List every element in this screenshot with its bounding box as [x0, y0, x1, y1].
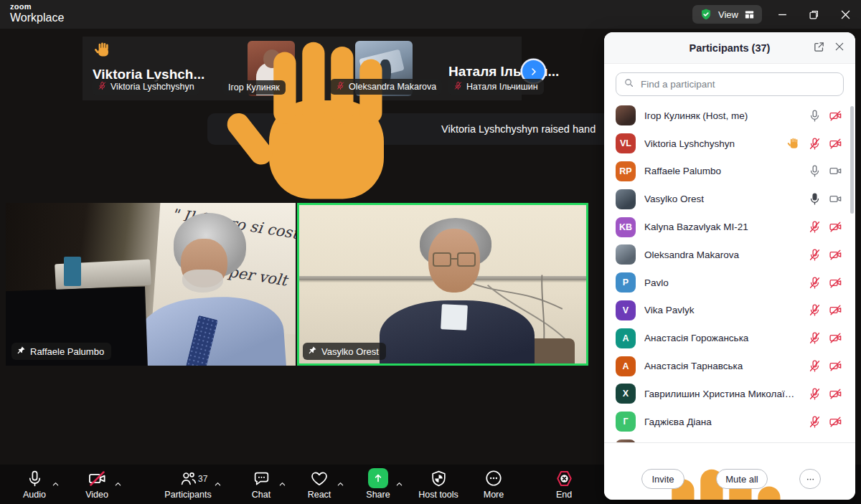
toast-text: Viktoria Lyshchyshyn raised hand	[441, 123, 596, 135]
audio-options-chevron[interactable]	[52, 478, 60, 491]
camera-on-icon	[829, 164, 842, 178]
more-label: More	[484, 490, 504, 500]
avatar: P	[616, 272, 636, 293]
participants-options-chevron[interactable]	[214, 478, 222, 491]
participant-name: Oleksandra Makarova	[644, 249, 799, 260]
video-options-chevron[interactable]	[114, 478, 122, 491]
raised-hand-toast: Viktoria Lyshchyshyn raised hand ✕	[207, 113, 629, 145]
video-name-label: Raffaele Palumbo	[11, 343, 111, 360]
avatar: KB	[616, 217, 636, 237]
tile-name-label: Наталя Ільчишин	[448, 79, 544, 95]
close-window-button[interactable]	[829, 0, 861, 29]
tile-label-text: Oleksandra Makarova	[349, 82, 436, 92]
minimize-button[interactable]	[766, 0, 798, 29]
raised-hand-icon	[94, 41, 113, 60]
chevron-up-icon	[52, 480, 60, 488]
panel-footer: 1 Invite Mute all	[604, 442, 855, 500]
avatar	[616, 105, 636, 125]
host-tools-label: Host tools	[418, 490, 458, 500]
camera-off-icon	[829, 303, 842, 317]
tile-label-text: Viktoria Lyshchyshyn	[110, 82, 194, 92]
participant-row[interactable]: Vasylko Orest	[604, 185, 855, 213]
end-label: End	[556, 490, 572, 500]
react-label: React	[308, 490, 331, 500]
mic-muted-icon	[808, 276, 822, 290]
pin-icon	[308, 346, 317, 355]
mic-muted-icon	[336, 81, 345, 90]
view-label: View	[718, 9, 738, 20]
participant-name: Ігор Кулиняк (Host, me)	[644, 110, 799, 121]
video-label-text: Raffaele Palumbo	[30, 346, 104, 357]
mute-all-button[interactable]: Mute all	[716, 469, 768, 489]
panel-close-icon[interactable]	[834, 41, 845, 55]
share-screen-icon	[368, 468, 388, 488]
participant-status-icons	[808, 387, 842, 401]
participant-row[interactable]: VL Viktoria Lyshchyshyn	[604, 130, 855, 158]
mic-muted-icon	[808, 248, 822, 262]
participant-row[interactable]: V Vika Pavlyk	[604, 297, 855, 325]
participant-row[interactable]: KB Kalyna Bazavlyak MI-21	[604, 213, 855, 241]
participant-row[interactable]: A Анастасія Тарнавська	[604, 352, 855, 380]
participants-button[interactable]: 37 Participants	[151, 468, 225, 500]
mic-muted-icon	[453, 81, 463, 92]
mic-muted-icon	[98, 81, 107, 92]
end-button[interactable]: End	[527, 468, 601, 500]
participant-status-icons	[808, 276, 842, 290]
video-label-text: Vasylko Orest	[321, 346, 379, 357]
filmstrip-tile-viktoria[interactable]: Viktoria Lyshch... Viktoria Lyshchyshyn	[88, 39, 216, 98]
avatar: A	[616, 328, 636, 348]
participant-row[interactable]: RP Raffaele Palumbo	[604, 158, 855, 186]
participant-row[interactable]: Ігор Кулиняк (Host, me)	[604, 102, 855, 130]
video-tile-vasylko[interactable]: Vasylko Orest	[297, 203, 588, 366]
popout-icon[interactable]	[813, 41, 825, 56]
camera-off-icon	[829, 220, 842, 234]
chat-icon	[253, 470, 270, 488]
tile-label-text: Наталя Ільчишин	[466, 82, 538, 92]
mic-muted-icon	[808, 415, 822, 429]
chevron-up-icon	[114, 480, 122, 488]
invite-button[interactable]: Invite	[641, 469, 684, 489]
participant-name: Анастасія Тарнавська	[644, 361, 799, 371]
view-button[interactable]: View	[692, 5, 762, 24]
participant-name: Анастасія Горожанська	[644, 333, 799, 343]
security-shield-icon	[700, 8, 712, 21]
tile-name-label: Viktoria Lyshchyshyn	[92, 79, 200, 95]
camera-off-icon	[829, 359, 842, 373]
participant-status-icons	[808, 220, 842, 234]
pin-icon	[17, 346, 26, 355]
participant-name: Pavlo	[644, 277, 799, 288]
more-icon	[484, 469, 503, 488]
camera-off-icon	[829, 387, 842, 401]
tile-name-label: Oleksandra Makarova	[330, 79, 442, 95]
more-button[interactable]: More	[456, 468, 531, 500]
search-input[interactable]	[639, 78, 836, 90]
participant-name: Raffaele Palumbo	[644, 166, 799, 176]
scrollbar-thumb[interactable]	[850, 106, 854, 214]
search-icon	[624, 77, 634, 91]
participant-row[interactable]: Oleksandra Makarova	[604, 241, 855, 269]
camera-off-icon	[829, 276, 842, 290]
participant-status-icons	[808, 192, 842, 206]
participant-status-icons	[808, 303, 842, 317]
participant-row[interactable]: P Pavlo	[604, 269, 855, 297]
search-box	[616, 72, 844, 96]
video-button[interactable]: Video	[60, 468, 134, 500]
participant-row[interactable]: A Анастасія Горожанська	[604, 324, 855, 352]
mic-muted-icon	[336, 81, 345, 92]
avatar: V	[616, 300, 636, 320]
participant-status-icons	[808, 248, 842, 262]
participant-row[interactable]: Г Гаджієва Діана	[604, 408, 855, 436]
avatar: X	[616, 384, 636, 404]
participant-status-icons	[808, 331, 842, 345]
video-tile-raffaele[interactable]: " Il futuro si costr orno per volt Raffa…	[6, 203, 296, 366]
participant-row[interactable]: X Гаврилишин Христина Миколаївна	[604, 380, 855, 408]
pin-icon	[308, 346, 317, 357]
chevron-right-icon	[528, 66, 540, 77]
panel-more-button[interactable]	[799, 469, 821, 489]
mic-muted-icon	[453, 81, 463, 90]
camera-off-icon	[829, 415, 842, 429]
participant-name: Vasylko Orest	[644, 194, 799, 204]
restore-button[interactable]	[798, 0, 829, 29]
participant-status-icons	[808, 415, 842, 429]
participant-name: Kalyna Bazavlyak MI-21	[644, 222, 799, 232]
